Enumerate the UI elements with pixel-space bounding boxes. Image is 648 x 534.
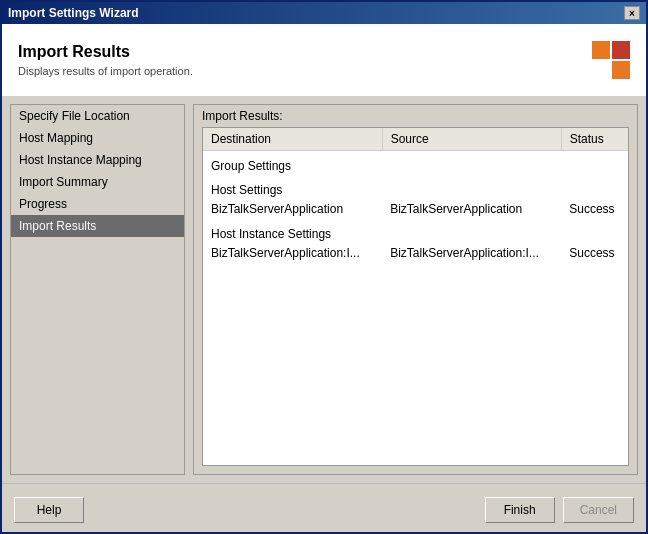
col-status: Status [561,128,628,151]
table-row: BizTalkServerApplication BizTalkServerAp… [203,199,628,219]
cell-source: BizTalkServerApplication:I... [382,243,561,263]
results-table: Destination Source Status Group Settings… [203,128,628,263]
col-destination: Destination [203,128,382,151]
cell-destination: BizTalkServerApplication [203,199,382,219]
dialog-title: Import Settings Wizard [8,6,139,20]
panel-label: Import Results: [194,105,637,127]
title-bar: Import Settings Wizard × [2,2,646,24]
page-title: Import Results [18,43,193,61]
header-text: Import Results Displays results of impor… [18,43,193,77]
logo-square-4 [612,61,630,79]
table-row: BizTalkServerApplication:I... BizTalkSer… [203,243,628,263]
section-header-label: Group Settings [203,151,628,176]
sidebar-item-specify-file-location[interactable]: Specify File Location [11,105,184,127]
results-table-container: Destination Source Status Group Settings… [202,127,629,466]
sidebar: Specify File Location Host Mapping Host … [10,104,185,475]
sidebar-item-host-instance-mapping[interactable]: Host Instance Mapping [11,149,184,171]
header-area: Import Results Displays results of impor… [2,24,646,96]
footer-divider [2,483,646,484]
cancel-button[interactable]: Cancel [563,497,634,523]
cell-destination: BizTalkServerApplication:I... [203,243,382,263]
page-subtitle: Displays results of import operation. [18,65,193,77]
sidebar-item-import-results[interactable]: Import Results [11,215,184,237]
logo-square-2 [612,41,630,59]
logo-icon [592,41,630,79]
main-panel: Import Results: Destination Source Statu… [193,104,638,475]
col-source: Source [382,128,561,151]
sidebar-item-import-summary[interactable]: Import Summary [11,171,184,193]
logo-square-1 [592,41,610,59]
dialog: Import Settings Wizard × Import Results … [0,0,648,534]
content-area: Specify File Location Host Mapping Host … [2,96,646,483]
close-button[interactable]: × [624,6,640,20]
section-header-label: Host Instance Settings [203,219,628,243]
sidebar-item-host-mapping[interactable]: Host Mapping [11,127,184,149]
cell-status: Success [561,243,628,263]
section-header-label: Host Settings [203,175,628,199]
footer-right: Finish Cancel [485,497,634,523]
section-host-settings: Host Settings [203,175,628,199]
cell-status: Success [561,199,628,219]
cell-source: BizTalkServerApplication [382,199,561,219]
table-header-row: Destination Source Status [203,128,628,151]
finish-button[interactable]: Finish [485,497,555,523]
help-button[interactable]: Help [14,497,84,523]
logo-square-3 [592,61,610,79]
section-group-settings: Group Settings [203,151,628,176]
sidebar-item-progress[interactable]: Progress [11,193,184,215]
footer: Help Finish Cancel [2,488,646,532]
section-host-instance-settings: Host Instance Settings [203,219,628,243]
